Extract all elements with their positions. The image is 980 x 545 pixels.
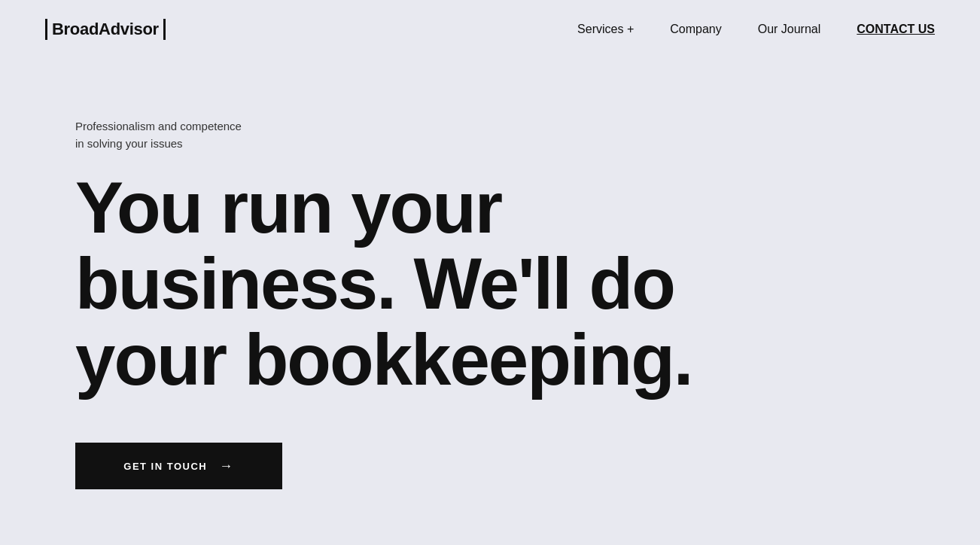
hero-heading: You run your business. We'll do your boo… [75,170,753,397]
nav-services[interactable]: Services + [577,23,634,36]
hero-subtitle: Professionalism and competence in solvin… [75,118,905,152]
arrow-icon: → [219,458,234,474]
hero-subtitle-line1: Professionalism and competence [75,120,242,132]
cta-button-label: GET IN TOUCH [123,461,207,472]
nav-contact[interactable]: CONTACT US [857,23,935,36]
nav-journal-label: Our Journal [758,23,821,35]
site-header: BroadAdvisor Services + Company Our Jour… [0,0,980,58]
logo[interactable]: BroadAdvisor [45,19,166,40]
nav-journal[interactable]: Our Journal [758,23,821,36]
hero-section: Professionalism and competence in solvin… [0,58,980,489]
logo-bar-right [163,19,166,40]
cta-button[interactable]: GET IN TOUCH → [75,443,282,489]
logo-text: BroadAdvisor [52,20,159,39]
nav-company-label: Company [670,23,721,35]
hero-subtitle-line2: in solving your issues [75,137,183,150]
nav-contact-label: CONTACT US [857,23,935,35]
nav-company[interactable]: Company [670,23,721,36]
logo-bar-left [45,19,47,40]
nav-services-label: Services + [577,23,634,36]
main-nav: Services + Company Our Journal CONTACT U… [577,23,935,36]
